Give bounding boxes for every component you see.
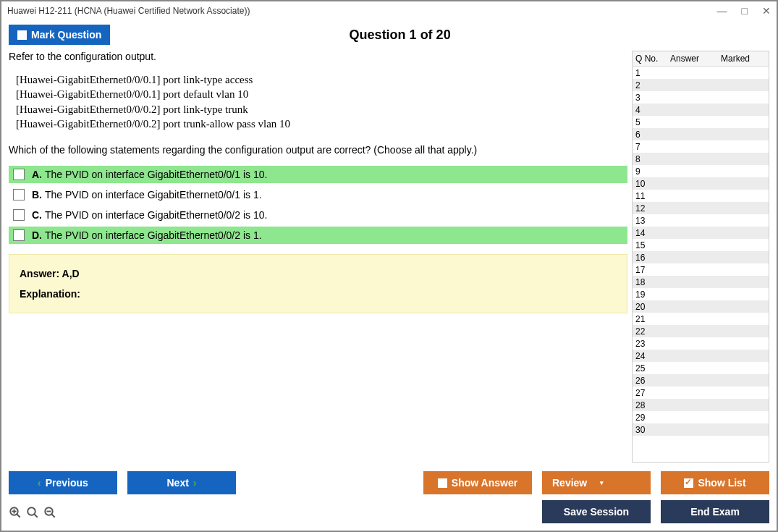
options-list: A. The PVID on interface GigabitEthernet… [9,166,627,244]
question-list-panel: Q No. Answer Marked 12345678910111213141… [632,51,769,463]
question-list-row[interactable]: 20 [633,300,769,313]
question-number: 19 [633,290,667,300]
question-list-row[interactable]: 6 [633,128,769,140]
show-answer-label: Show Answer [452,477,517,489]
config-line: [Huawei-GigabitEthernet0/0/0.2] port lin… [16,102,627,117]
close-icon[interactable]: ✕ [762,5,771,17]
question-list-row[interactable]: 29 [633,411,769,423]
question-number: 1 [633,68,667,78]
option-row[interactable]: A. The PVID on interface GigabitEthernet… [9,166,627,183]
question-list-row[interactable]: 23 [633,337,769,350]
question-list-row[interactable]: 25 [633,362,769,374]
question-list-row[interactable]: 12 [633,202,769,214]
question-list-row[interactable]: 15 [633,239,769,251]
question-list-row[interactable]: 27 [633,387,769,399]
question-number: 20 [633,302,667,312]
question-list-row[interactable]: 13 [633,214,769,227]
question-list-row[interactable]: 19 [633,288,769,300]
main-row: Refer to the configuration output. [Huaw… [9,51,769,463]
next-label: Next [166,477,188,489]
option-checkbox[interactable] [13,209,25,221]
option-text: The PVID on interface GigabitEthernet0/0… [45,169,267,180]
question-number: 23 [633,339,667,349]
window-title: Huawei H12-211 (HCNA (Huawei Certified N… [7,6,717,16]
question-list-row[interactable]: 18 [633,276,769,288]
question-list-row[interactable]: 22 [633,325,769,337]
review-label: Review [552,477,587,489]
previous-button[interactable]: ‹ Previous [9,471,117,494]
question-number: 24 [633,351,667,361]
review-button[interactable]: Review ▾ [542,471,651,494]
question-list-row[interactable]: 16 [633,251,769,263]
col-answer: Answer [667,51,718,66]
question-number: 30 [633,425,667,435]
question-number: 14 [633,228,667,238]
answer-box: Answer: A,D Explanation: [9,254,627,313]
config-line: [Huawei-GigabitEthernet0/0/0.1] port def… [16,87,627,101]
svg-line-7 [51,514,55,518]
option-text: The PVID on interface GigabitEthernet0/0… [45,189,262,200]
question-intro: Refer to the configuration output. [9,51,627,62]
maximize-icon[interactable]: □ [742,5,748,17]
question-list-row[interactable]: 14 [633,227,769,239]
question-list-row[interactable]: 28 [633,399,769,411]
previous-label: Previous [46,477,88,489]
window-controls: — □ ✕ [717,5,771,17]
question-number: 2 [633,80,667,90]
question-list-row[interactable]: 8 [633,153,769,165]
col-qno: Q No. [633,51,667,66]
zoom-reset-icon[interactable] [26,506,39,523]
question-number: 29 [633,413,667,423]
question-number: 3 [633,93,667,103]
question-list-row[interactable]: 9 [633,165,769,177]
question-number: 18 [633,277,667,287]
question-number: 22 [633,326,667,337]
question-list-row[interactable]: 26 [633,374,769,387]
option-text: The PVID on interface GigabitEthernet0/0… [45,209,267,221]
question-list-row[interactable]: 5 [633,116,769,128]
question-list[interactable]: 1234567891011121314151617181920212223242… [633,67,769,462]
next-button[interactable]: Next › [127,471,236,494]
option-checkbox[interactable] [13,229,25,241]
option-row[interactable]: B. The PVID on interface GigabitEthernet… [9,186,627,203]
question-list-row[interactable]: 1 [633,67,769,79]
question-list-row[interactable]: 11 [633,190,769,202]
option-row[interactable]: C. The PVID on interface GigabitEthernet… [9,206,627,224]
zoom-in-icon[interactable] [9,506,22,523]
question-list-row[interactable]: 3 [633,91,769,104]
show-list-label: Show List [698,477,745,489]
show-list-button[interactable]: Show List [661,471,769,494]
question-number: 12 [633,203,667,214]
option-checkbox[interactable] [13,169,25,180]
svg-line-5 [34,514,38,518]
question-list-row[interactable]: 2 [633,79,769,91]
option-row[interactable]: D. The PVID on interface GigabitEthernet… [9,227,627,244]
question-number: 11 [633,191,667,201]
question-list-row[interactable]: 24 [633,350,769,362]
question-list-row[interactable]: 4 [633,104,769,116]
option-letter: B. [32,189,42,200]
option-checkbox[interactable] [13,189,25,200]
question-area: Refer to the configuration output. [Huaw… [9,51,627,463]
question-content: Refer to the configuration output. [Huaw… [9,51,627,463]
show-answer-button[interactable]: Show Answer [423,471,532,494]
question-number: 28 [633,400,667,410]
end-exam-label: End Exam [690,506,740,518]
minimize-icon[interactable]: — [717,5,727,17]
svg-point-4 [28,507,35,515]
question-list-row[interactable]: 30 [633,423,769,436]
save-session-button[interactable]: Save Session [542,500,651,523]
question-list-row[interactable]: 10 [633,177,769,190]
question-number: 15 [633,240,667,250]
question-number: 7 [633,142,667,152]
question-number: 21 [633,314,667,324]
end-exam-button[interactable]: End Exam [661,500,769,523]
question-list-row[interactable]: 7 [633,140,769,153]
explanation-label: Explanation: [20,288,617,300]
mark-question-label: Mark Question [31,29,101,41]
mark-question-button[interactable]: Mark Question [9,25,110,45]
question-number: 27 [633,388,667,398]
question-list-row[interactable]: 21 [633,313,769,325]
question-list-row[interactable]: 17 [633,263,769,276]
zoom-out-icon[interactable] [43,506,56,523]
